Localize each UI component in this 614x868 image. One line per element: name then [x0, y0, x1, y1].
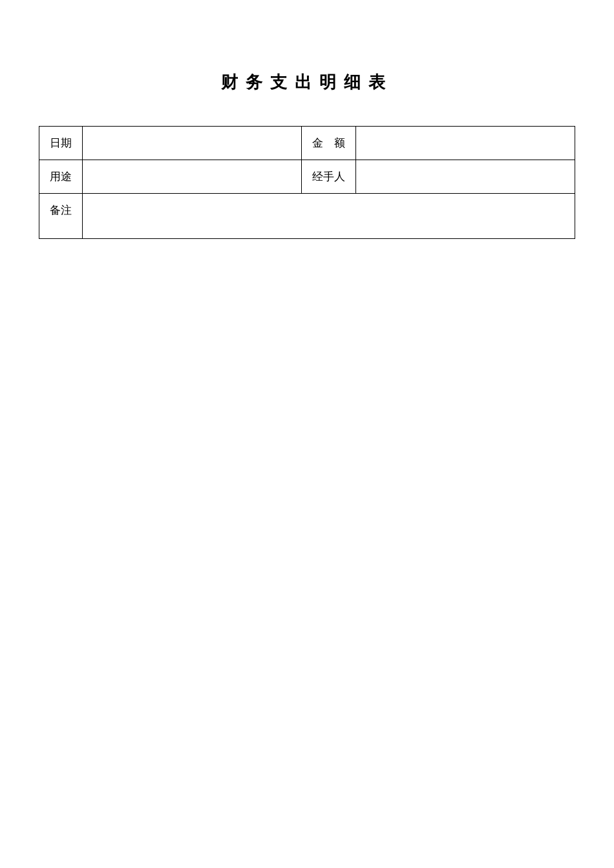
page-title: 财务支出明细表	[39, 71, 575, 94]
label-date: 日期	[39, 127, 83, 160]
value-amount[interactable]	[356, 127, 575, 160]
form-table: 日期 金额 用途 经手人 备注	[39, 126, 575, 239]
table-row-notes: 备注	[39, 194, 575, 239]
value-date[interactable]	[83, 127, 302, 160]
label-amount: 金额	[302, 127, 356, 160]
page: 财务支出明细表 日期 金额 用途 经手人 备注	[0, 0, 614, 868]
title-area: 财务支出明细表	[39, 71, 575, 94]
value-handler[interactable]	[356, 160, 575, 194]
value-notes[interactable]	[83, 194, 575, 239]
label-notes: 备注	[39, 194, 83, 239]
table-row-purpose-handler: 用途 经手人	[39, 160, 575, 194]
table-row-date-amount: 日期 金额	[39, 127, 575, 160]
label-purpose: 用途	[39, 160, 83, 194]
value-purpose[interactable]	[83, 160, 302, 194]
label-handler: 经手人	[302, 160, 356, 194]
